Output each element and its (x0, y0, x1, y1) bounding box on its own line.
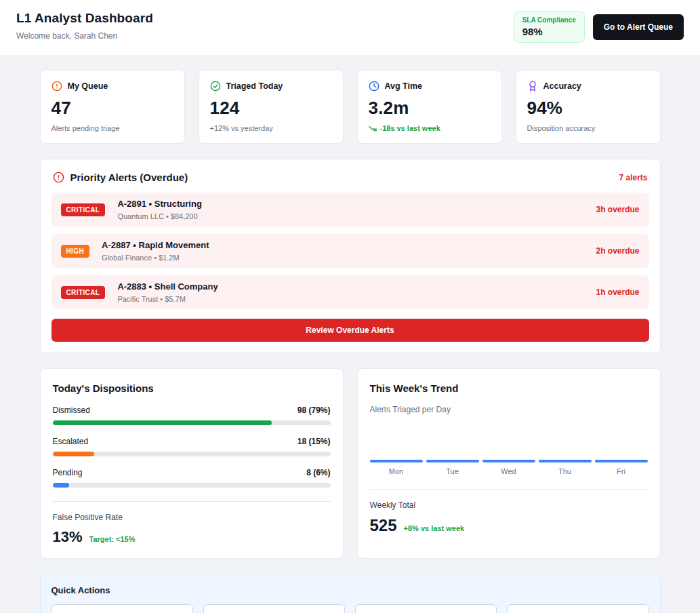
two-column-section: Today's Dispositions Dismissed 98 (79%) … (40, 368, 661, 559)
weekly-trend-subtitle: Alerts Triaged per Day (370, 405, 648, 414)
disposition-value: 98 (79%) (297, 406, 331, 415)
bar-wed (482, 460, 535, 462)
stat-card-avg-time: Avg Time 3.2m -18s vs last week (357, 70, 502, 144)
stat-value: 124 (210, 98, 332, 119)
alert-overdue-label: 1h overdue (596, 288, 639, 297)
progress-fill (53, 420, 272, 425)
alert-detail: Global Finance • $1.2M (102, 254, 209, 262)
trending-down-icon (369, 124, 377, 132)
award-icon (527, 81, 538, 92)
stat-label: Triaged Today (226, 81, 283, 91)
chart-column-mon: Mon (370, 460, 423, 475)
disposition-value: 18 (15%) (297, 437, 331, 446)
priority-alerts-card: Priority Alerts (Overdue) 7 alerts CRITI… (40, 159, 661, 353)
alert-overdue-label: 2h overdue (596, 246, 639, 256)
priority-alerts-title-row: Priority Alerts (Overdue) (53, 172, 188, 183)
alert-title: A-2891 • Structuring (117, 199, 201, 209)
dispositions-title: Today's Dispositions (53, 382, 331, 394)
chart-column-wed: Wed (482, 460, 535, 475)
review-overdue-alerts-button[interactable]: Review Overdue Alerts (52, 319, 649, 342)
stat-label: My Queue (68, 81, 108, 91)
stats-row: My Queue 47 Alerts pending triage Triage… (40, 70, 661, 144)
sla-compliance-badge: SLA Compliance 98% (514, 11, 585, 43)
alert-title: A-2887 • Rapid Movement (102, 240, 209, 250)
weekly-trend-title: This Week's Trend (370, 382, 648, 394)
stat-value: 47 (52, 98, 173, 119)
alert-row-a2887[interactable]: HIGH A-2887 • Rapid Movement Global Fina… (52, 234, 649, 268)
progress-track (53, 483, 331, 488)
day-label: Fri (595, 467, 648, 475)
weekly-trend-card: This Week's Trend Alerts Triaged per Day… (357, 368, 661, 559)
go-to-alert-queue-button[interactable]: Go to Alert Queue (593, 14, 684, 40)
clock-icon (369, 81, 379, 92)
alert-circle-icon (52, 81, 62, 92)
alert-circle-icon (53, 172, 64, 183)
progress-track (53, 420, 331, 425)
bar-fri (595, 460, 648, 462)
alert-row-a2883[interactable]: CRITICAL A-2883 • Shell Company Pacific … (52, 275, 649, 309)
page-title: L1 Analyst Dashboard (16, 11, 153, 26)
stat-subtext-value: -18s vs last week (380, 124, 440, 132)
stat-head: Triaged Today (210, 81, 332, 92)
disposition-label: Pending (53, 468, 83, 477)
quick-actions-buttons: View My Queue Critical Alerts Recent Dis… (52, 604, 649, 613)
alert-count-badge: 7 alerts (619, 173, 647, 182)
day-label: Thu (539, 467, 592, 475)
day-label: Mon (370, 467, 423, 475)
disposition-label: Escalated (53, 437, 89, 446)
weekly-total-label: Weekly Total (370, 500, 648, 510)
chart-column-fri: Fri (595, 460, 648, 475)
stat-card-triaged-today: Triaged Today 124 +12% vs yesterday (199, 70, 344, 144)
main-content: My Queue 47 Alerts pending triage Triage… (40, 55, 661, 613)
weekly-total-value: 525 (370, 516, 397, 535)
chart-column-tue: Tue (426, 460, 479, 475)
divider (53, 501, 331, 502)
alert-text: A-2883 • Shell Company Pacific Trust • $… (117, 281, 218, 303)
bar-tue (426, 460, 479, 462)
critical-alerts-button[interactable]: Critical Alerts (203, 604, 345, 613)
bar-mon (370, 460, 423, 462)
false-positive-rate-label: False Positive Rate (53, 513, 331, 522)
progress-fill (53, 483, 70, 488)
performance-report-button[interactable]: Performance Report (507, 604, 648, 613)
progress-fill (53, 452, 95, 456)
false-positive-rate-value: 13% (53, 528, 83, 546)
priority-alerts-header: Priority Alerts (Overdue) 7 alerts (52, 170, 649, 193)
divider (370, 489, 648, 490)
stat-subtext: Disposition accuracy (527, 124, 649, 132)
stat-head: My Queue (52, 81, 173, 92)
dashboard-page: L1 Analyst Dashboard Welcome back, Sarah… (0, 0, 700, 613)
false-positive-rate-row: 13% Target: <15% (53, 528, 331, 546)
chart-column-thu: Thu (539, 460, 592, 475)
quick-actions-card: Quick Actions View My Queue Critical Ale… (40, 574, 661, 613)
stat-card-my-queue: My Queue 47 Alerts pending triage (40, 70, 185, 144)
recent-dismissals-button[interactable]: Recent Dismissals (355, 604, 497, 613)
disposition-label: Dismissed (53, 406, 90, 415)
alert-text: A-2891 • Structuring Quantum LLC • $84,2… (117, 199, 201, 220)
alert-detail: Pacific Trust • $5.7M (117, 295, 218, 303)
severity-badge: CRITICAL (61, 286, 106, 299)
disposition-value: 8 (6%) (306, 468, 330, 477)
stat-subtext: Alerts pending triage (52, 124, 173, 132)
weekly-total-change: +8% vs last week (404, 524, 465, 532)
view-my-queue-button[interactable]: View My Queue (52, 604, 193, 613)
header-actions: SLA Compliance 98% Go to Alert Queue (514, 11, 684, 43)
day-label: Tue (426, 467, 479, 475)
header: L1 Analyst Dashboard Welcome back, Sarah… (0, 0, 700, 55)
header-titles: L1 Analyst Dashboard Welcome back, Sarah… (16, 11, 153, 41)
bar-thu (539, 460, 592, 462)
progress-track (53, 452, 331, 456)
alert-detail: Quantum LLC • $84,200 (117, 212, 201, 220)
stat-label: Avg Time (385, 81, 423, 91)
weekly-total-row: 525 +8% vs last week (370, 516, 648, 535)
stat-head: Avg Time (369, 81, 491, 92)
alert-row-a2891[interactable]: CRITICAL A-2891 • Structuring Quantum LL… (52, 193, 649, 226)
weekly-trend-bar-chart: Mon Tue Wed Thu (370, 418, 648, 475)
stat-value: 94% (527, 98, 649, 119)
stat-head: Accuracy (527, 81, 649, 92)
stat-label: Accuracy (543, 81, 581, 91)
dispositions-card: Today's Dispositions Dismissed 98 (79%) … (40, 368, 344, 559)
stat-subtext: +12% vs yesterday (210, 124, 332, 132)
alert-text: A-2887 • Rapid Movement Global Finance •… (102, 240, 209, 262)
severity-badge: CRITICAL (61, 203, 106, 216)
